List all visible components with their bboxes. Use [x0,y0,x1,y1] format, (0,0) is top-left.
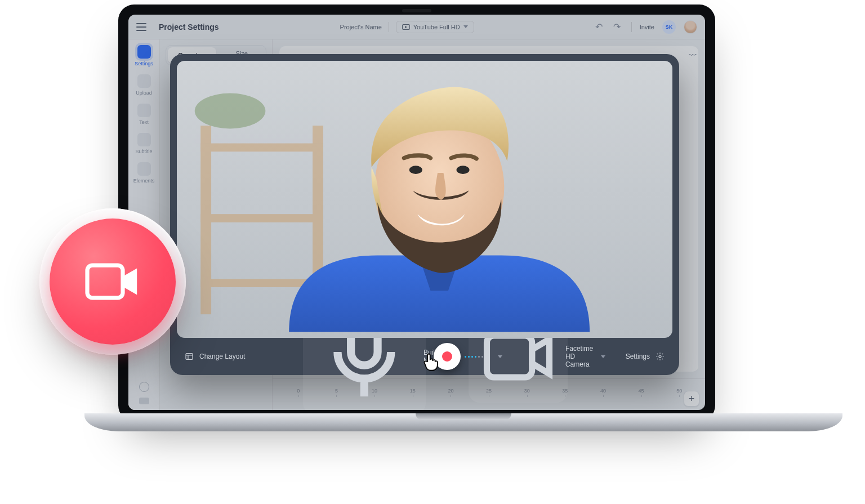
video-camera-icon [82,256,144,307]
export-preset-dropdown[interactable]: YouTube Full HD [396,21,474,33]
text-icon [137,104,151,117]
activity-icon[interactable]: 〰 [685,47,701,63]
topbar: Project Settings Project's Name YouTube … [128,15,705,39]
user-avatar[interactable] [684,20,697,34]
rail-item-settings[interactable]: Settings [132,45,157,66]
gear-icon [656,352,665,361]
elements-icon [137,162,151,176]
webcam-recorder-modal: Change Layout Built-in Microphone [170,54,679,375]
topbar-right: Invite SK [595,20,697,34]
chevron-down-icon [601,355,605,358]
vertical-divider [389,22,389,32]
project-name: Project's Name [340,24,382,30]
rail-item-label: Text [139,119,149,125]
rail-item-label: Settings [135,61,153,66]
tick-label: 45 [622,388,661,394]
svg-point-9 [409,166,422,174]
svg-rect-4 [200,214,323,222]
help-button[interactable] [139,382,149,392]
collaborator-badge[interactable]: SK [662,20,676,34]
svg-point-14 [659,355,661,358]
rail-item-label: Elements [133,178,155,184]
upload-icon [137,74,151,88]
svg-point-6 [195,93,266,129]
rail-item-label: Upload [136,90,152,96]
topbar-center: Project's Name YouTube Full HD [340,21,474,33]
invite-button[interactable]: Invite [640,24,654,30]
laptop-base [84,413,842,431]
svg-point-10 [457,166,470,174]
vertical-divider [631,22,632,32]
settings-icon [137,45,151,59]
rail-item-text[interactable]: Text [132,104,157,125]
change-layout-button[interactable]: Change Layout [185,352,245,361]
canvas-right-gutter: 〰 [685,47,702,374]
change-layout-label: Change Layout [199,353,245,360]
page-title: Project Settings [159,23,219,32]
undo-button[interactable] [595,23,605,31]
recorder-settings-button[interactable]: Settings [626,352,665,361]
recorder-settings-label: Settings [626,353,650,360]
add-track-button[interactable]: + [684,391,699,407]
screen: Project Settings Project's Name YouTube … [128,15,705,410]
rail-item-subtitle[interactable]: Subtitle [132,133,157,154]
youtube-icon [402,24,410,30]
keyboard-shortcuts-button[interactable] [139,398,149,404]
trackpad-notch [416,413,511,420]
subtitle-icon [137,133,151,146]
svg-rect-3 [200,144,323,152]
camera-label: Facetime HD Camera [565,345,593,368]
chevron-down-icon [463,25,468,28]
redo-button[interactable] [613,23,623,31]
laptop-frame: Project Settings Project's Name YouTube … [118,5,715,421]
rail-item-upload[interactable]: Upload [132,74,157,96]
rail-bottom [139,382,149,410]
record-button[interactable] [434,343,461,370]
record-video-badge [39,208,186,355]
hamburger-icon[interactable] [136,23,146,31]
tick-label: 20 [432,388,470,394]
layout-icon [185,352,194,361]
tick-label: 40 [584,388,622,394]
recorder-controls: Change Layout Built-in Microphone [177,338,672,375]
svg-rect-13 [487,336,532,377]
svg-rect-15 [87,265,123,298]
webcam-preview [177,61,672,338]
rail-item-elements[interactable]: Elements [132,162,157,184]
preset-label: YouTube Full HD [413,24,460,30]
rail-item-label: Subtitle [135,149,152,154]
svg-rect-11 [186,354,193,360]
